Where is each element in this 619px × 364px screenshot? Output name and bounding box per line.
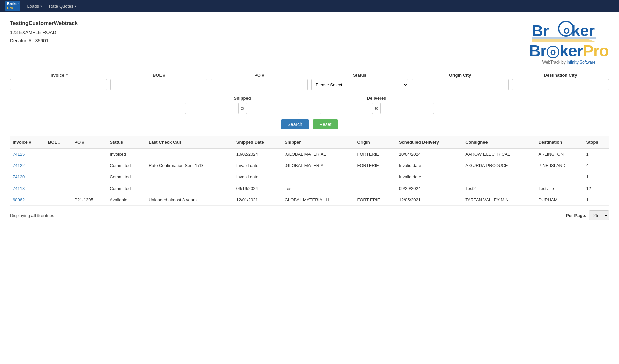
header-section: TestingCustomerWebtrack 123 EXAMPLE ROAD… xyxy=(10,19,609,65)
rate-quotes-menu[interactable]: Rate Quotes ▾ xyxy=(49,1,76,11)
cell-invoice: 74118 xyxy=(10,183,45,194)
logo-circle-o: o xyxy=(547,46,559,58)
cell-last-check-call xyxy=(146,171,234,183)
col-origin: Origin xyxy=(354,136,396,149)
destination-city-label: Destination City xyxy=(512,73,609,78)
delivered-inputs: to xyxy=(320,103,434,114)
cell-shipper: .GLOBAL MATERIAL xyxy=(282,160,355,171)
cell-origin: FORT ERIE xyxy=(354,194,396,206)
cell-po xyxy=(72,148,107,160)
cell-po: P21-1395 xyxy=(72,194,107,206)
navbar: BrokerPro Loads ▾ Rate Quotes ▾ xyxy=(0,0,619,12)
loads-label: Loads xyxy=(27,4,39,9)
company-address-line2: Decatur, AL 35601 xyxy=(10,37,78,45)
cell-status: Invoiced xyxy=(107,148,146,160)
shipped-group: Shipped to xyxy=(185,96,299,114)
loads-menu[interactable]: Loads ▾ xyxy=(27,1,42,11)
svg-marker-1 xyxy=(532,39,596,42)
shipped-to-input[interactable] xyxy=(246,103,299,114)
logo-tagline-brand: Infinity Software xyxy=(567,60,595,65)
cell-shipper xyxy=(282,171,355,183)
brand-logo: BrokerPro xyxy=(5,1,20,11)
delivered-to-input[interactable] xyxy=(380,103,434,114)
cell-scheduled-delivery: 12/05/2021 xyxy=(396,194,463,206)
cell-shipped-date: 12/01/2021 xyxy=(234,194,282,206)
cell-bol xyxy=(45,183,72,194)
cell-shipped-date: 09/19/2024 xyxy=(234,183,282,194)
delivered-from-input[interactable] xyxy=(320,103,373,114)
po-input[interactable] xyxy=(211,79,308,90)
col-stops: Stops xyxy=(584,136,609,149)
origin-city-input[interactable] xyxy=(412,79,509,90)
search-button[interactable]: Search xyxy=(281,119,309,129)
cell-shipper: GLOBAL MATERIAL H xyxy=(282,194,355,206)
delivered-group: Delivered to xyxy=(320,96,434,114)
reset-button[interactable]: Reset xyxy=(313,119,338,129)
col-bol: BOL # xyxy=(45,136,72,149)
cell-shipped-date: 10/02/2024 xyxy=(234,148,282,160)
table-header: Invoice # BOL # PO # Status Last Check C… xyxy=(10,136,609,149)
bol-input[interactable] xyxy=(110,79,207,90)
invoice-link[interactable]: 74122 xyxy=(13,163,25,168)
main-content: TestingCustomerWebtrack 123 EXAMPLE ROAD… xyxy=(0,12,619,364)
destination-city-input[interactable] xyxy=(512,79,609,90)
col-destination: Destination xyxy=(536,136,583,149)
cell-consignee: A GURDA PRODUCE xyxy=(463,160,536,171)
col-invoice: Invoice # xyxy=(10,136,45,149)
delivered-to-label: to xyxy=(375,106,378,111)
status-label: Status xyxy=(311,73,408,78)
delivered-label: Delivered xyxy=(367,96,387,101)
results-table: Invoice # BOL # PO # Status Last Check C… xyxy=(10,136,609,206)
invoice-input[interactable] xyxy=(10,79,107,90)
cell-destination: PINE ISLAND xyxy=(536,160,583,171)
col-consignee: Consignee xyxy=(463,136,536,149)
logo-ker-text: ker xyxy=(560,42,583,60)
invoice-link[interactable]: 74120 xyxy=(13,174,25,179)
displaying-count: all 5 xyxy=(31,213,40,218)
cell-stops: 1 xyxy=(584,194,609,206)
cell-consignee: Test2 xyxy=(463,183,536,194)
col-status: Status xyxy=(107,136,146,149)
company-info: TestingCustomerWebtrack 123 EXAMPLE ROAD… xyxy=(10,19,78,45)
origin-city-label: Origin City xyxy=(412,73,509,78)
svg-text:ker: ker xyxy=(571,22,595,39)
cell-bol xyxy=(45,194,72,206)
cell-stops: 12 xyxy=(584,183,609,194)
cell-consignee xyxy=(463,171,536,183)
table-body: 74125 Invoiced 10/02/2024 .GLOBAL MATERI… xyxy=(10,148,609,206)
cell-consignee: AAROW ELECTRICAL xyxy=(463,148,536,160)
cell-stops: 4 xyxy=(584,160,609,171)
cell-stops: 1 xyxy=(584,148,609,160)
table-row: 68062 P21-1395 Available Unloaded almost… xyxy=(10,194,609,206)
logo-text: BrokerPro xyxy=(529,43,609,59)
button-row: Search Reset xyxy=(10,119,609,129)
table-footer: Displaying all 5 entries Per Page: 10 25… xyxy=(10,210,609,220)
displaying-prefix: Displaying xyxy=(10,213,31,218)
cell-shipped-date: Invalid date xyxy=(234,171,282,183)
invoice-link[interactable]: 74118 xyxy=(13,186,25,191)
cell-po xyxy=(72,171,107,183)
svg-text:o: o xyxy=(563,24,570,36)
cell-invoice: 74122 xyxy=(10,160,45,171)
cell-status: Committed xyxy=(107,160,146,171)
cell-scheduled-delivery: Invalid date xyxy=(396,160,463,171)
destination-city-group: Destination City xyxy=(512,73,609,90)
shipped-from-input[interactable] xyxy=(185,103,239,114)
search-row-1: Invoice # BOL # PO # Status Please Selec… xyxy=(10,73,609,90)
po-label: PO # xyxy=(211,73,308,78)
col-po: PO # xyxy=(72,136,107,149)
invoice-link[interactable]: 68062 xyxy=(13,197,25,202)
cell-shipper: .GLOBAL MATERIAL xyxy=(282,148,355,160)
status-select[interactable]: Please Select Available Committed Invoic… xyxy=(311,79,408,90)
logo-pro-text: Pro xyxy=(583,42,609,60)
cell-shipper: Test xyxy=(282,183,355,194)
cell-last-check-call: Unloaded almost 3 years xyxy=(146,194,234,206)
col-shipper: Shipper xyxy=(282,136,355,149)
cell-origin: FORTERIE xyxy=(354,148,396,160)
displaying-suffix: entries xyxy=(40,213,54,218)
cell-origin xyxy=(354,171,396,183)
cell-scheduled-delivery: 10/04/2024 xyxy=(396,148,463,160)
cell-scheduled-delivery: 09/29/2024 xyxy=(396,183,463,194)
invoice-link[interactable]: 74125 xyxy=(13,152,25,157)
per-page-select[interactable]: 10 25 50 100 xyxy=(589,210,609,220)
